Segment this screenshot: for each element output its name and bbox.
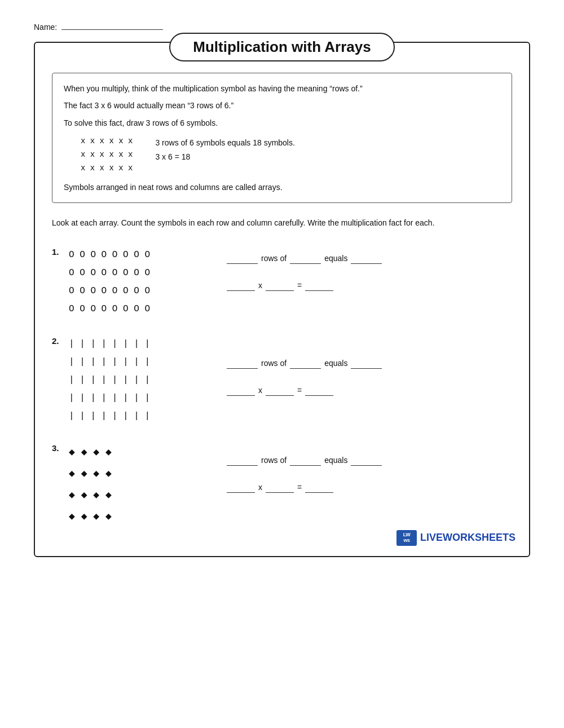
lw-logo-line2: ws bbox=[403, 538, 409, 544]
info-line3: To solve this fact, draw 3 rows of 6 sym… bbox=[64, 117, 500, 129]
title-pill: Multiplication with Arrays bbox=[169, 33, 394, 61]
problem-3-blank-of[interactable] bbox=[290, 456, 321, 466]
problem-2-row-2: | | | | | | | | bbox=[69, 353, 215, 371]
problem-1-eq-label: = bbox=[297, 275, 302, 297]
problem-3-row-2: ◆ ◆ ◆ ◆ bbox=[69, 464, 215, 485]
problem-3-blank-equals[interactable] bbox=[351, 456, 382, 466]
demo-row-2: x x x x x x bbox=[81, 148, 133, 162]
problem-3-blank-rows[interactable] bbox=[227, 456, 258, 466]
problem-1-blank-rows[interactable] bbox=[227, 254, 258, 264]
instructions: Look at each array. Count the symbols in… bbox=[35, 217, 529, 229]
problem-3-rows-of-line: rows of equals bbox=[227, 450, 382, 471]
problem-2-equation-line: x = bbox=[227, 380, 382, 401]
problem-2-row-5: | | | | | | | | bbox=[69, 407, 215, 425]
lw-brand-text: LIVEWORKSHEETS bbox=[420, 532, 515, 544]
problem-3-row-3: ◆ ◆ ◆ ◆ bbox=[69, 485, 215, 506]
problem-2-row-4: | | | | | | | | bbox=[69, 389, 215, 407]
problem-2-fields: rows of equals x = bbox=[227, 335, 382, 403]
problem-2-row-1: | | | | | | | | bbox=[69, 335, 215, 353]
problem-3-blank-result[interactable] bbox=[305, 483, 333, 493]
problem-2-rows-of-label: rows of bbox=[261, 353, 287, 374]
lw-logo: LW ws bbox=[396, 530, 417, 546]
problem-1-number: 1. bbox=[52, 246, 69, 257]
problem-1-row-1: O O O O O O O O bbox=[69, 246, 215, 264]
info-line2: The fact 3 x 6 would actually mean “3 ro… bbox=[64, 99, 500, 112]
problem-1-array: O O O O O O O O O O O O O O O O O O O O … bbox=[69, 246, 215, 318]
demo-text-line1: 3 rows of 6 symbols equals 18 symbols. bbox=[155, 136, 294, 150]
problem-3-x-label: x bbox=[258, 477, 262, 498]
problem-2-number: 2. bbox=[52, 335, 69, 346]
problem-3-array: ◆ ◆ ◆ ◆ ◆ ◆ ◆ ◆ ◆ ◆ ◆ ◆ ◆ ◆ ◆ ◆ bbox=[69, 442, 215, 527]
problem-1-row-3: O O O O O O O O bbox=[69, 282, 215, 300]
name-line: Name: bbox=[34, 23, 530, 32]
problem-3-equals-label: equals bbox=[324, 450, 347, 471]
problem-2-blank-of[interactable] bbox=[290, 359, 321, 369]
problem-3-eq-label: = bbox=[297, 477, 302, 498]
problem-1-blank-of[interactable] bbox=[290, 254, 321, 264]
worksheet-title: Multiplication with Arrays bbox=[193, 38, 371, 55]
info-line1: When you multiply, think of the multipli… bbox=[64, 82, 500, 95]
problem-2-blank-result[interactable] bbox=[305, 386, 333, 396]
problem-2: 2. | | | | | | | | | | | | | | | | | | |… bbox=[35, 329, 529, 436]
problem-2-rows-of-line: rows of equals bbox=[227, 353, 382, 374]
problem-2-blank-x2[interactable] bbox=[266, 386, 294, 396]
problem-1-row-4: O O O O O O O O bbox=[69, 300, 215, 318]
problem-1-x-label: x bbox=[258, 275, 262, 297]
problem-3: 3. ◆ ◆ ◆ ◆ ◆ ◆ ◆ ◆ ◆ ◆ ◆ ◆ ◆ ◆ ◆ ◆ rows … bbox=[35, 436, 529, 539]
problem-2-blank-rows[interactable] bbox=[227, 359, 258, 369]
demo-row-3: x x x x x x bbox=[81, 162, 133, 175]
problem-3-row-1: ◆ ◆ ◆ ◆ bbox=[69, 442, 215, 464]
liveworksheets-branding: LW ws LIVEWORKSHEETS bbox=[396, 530, 515, 546]
problem-1-fields: rows of equals x = bbox=[227, 246, 382, 298]
problem-3-equation-line: x = bbox=[227, 477, 382, 498]
problem-2-array: | | | | | | | | | | | | | | | | | | | | … bbox=[69, 335, 215, 425]
problem-1-blank-equals[interactable] bbox=[351, 254, 382, 264]
title-container: Multiplication with Arrays bbox=[35, 33, 529, 61]
name-label: Name: bbox=[34, 23, 57, 32]
problem-1-equation-line: x = bbox=[227, 275, 382, 297]
problem-3-blank-x1[interactable] bbox=[227, 483, 255, 493]
problem-2-x-label: x bbox=[258, 380, 262, 401]
problem-1-rows-of-label: rows of bbox=[261, 248, 287, 270]
problem-2-blank-equals[interactable] bbox=[351, 359, 382, 369]
info-box: When you multiply, think of the multipli… bbox=[52, 73, 512, 203]
problem-1-blank-x1[interactable] bbox=[227, 281, 255, 291]
problem-1-blank-result[interactable] bbox=[305, 281, 333, 291]
problem-3-row-4: ◆ ◆ ◆ ◆ bbox=[69, 506, 215, 528]
problem-2-row-3: | | | | | | | | bbox=[69, 371, 215, 389]
problem-2-blank-x1[interactable] bbox=[227, 386, 255, 396]
problem-3-blank-x2[interactable] bbox=[266, 483, 294, 493]
array-demo: x x x x x x x x x x x x x x x x x x 3 ro… bbox=[81, 135, 500, 175]
instructions-text: Look at each array. Count the symbols in… bbox=[52, 218, 435, 227]
outer-box: Multiplication with Arrays When you mult… bbox=[34, 42, 530, 557]
problem-1-rows-of-line: rows of equals bbox=[227, 248, 382, 270]
problem-1: 1. O O O O O O O O O O O O O O O O O O O… bbox=[35, 240, 529, 329]
problem-1-row-2: O O O O O O O O bbox=[69, 264, 215, 282]
problem-3-number: 3. bbox=[52, 442, 69, 453]
demo-text: 3 rows of 6 symbols equals 18 symbols. 3… bbox=[155, 135, 294, 164]
demo-text-line2: 3 x 6 = 18 bbox=[155, 150, 294, 164]
problem-3-rows-of-label: rows of bbox=[261, 450, 287, 471]
demo-symbols: x x x x x x x x x x x x x x x x x x bbox=[81, 135, 133, 175]
info-line4: Symbols arranged in neat rows and column… bbox=[64, 181, 500, 193]
problem-3-fields: rows of equals x = bbox=[227, 442, 382, 500]
problem-1-blank-x2[interactable] bbox=[266, 281, 294, 291]
name-underline bbox=[61, 29, 163, 30]
demo-row-1: x x x x x x bbox=[81, 135, 133, 148]
problem-2-eq-label: = bbox=[297, 380, 302, 401]
problem-2-equals-label: equals bbox=[324, 353, 347, 374]
problem-1-equals-label: equals bbox=[324, 248, 347, 270]
